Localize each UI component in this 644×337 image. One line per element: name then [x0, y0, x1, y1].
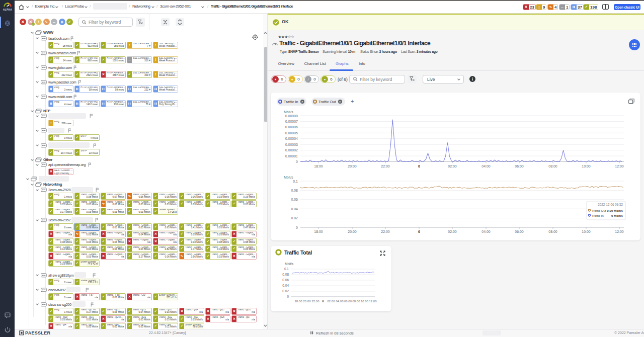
svg-text:0.08: 0.08 [282, 273, 289, 276]
svg-text:10:00: 10:00 [582, 230, 591, 233]
svg-text:0.04: 0.04 [291, 207, 298, 211]
svg-text:10:00: 10:00 [361, 300, 369, 303]
svg-text:12:00: 12:00 [369, 300, 377, 303]
svg-text:18:00: 18:00 [314, 164, 323, 168]
svg-text:10:00: 10:00 [582, 164, 591, 168]
svg-text:0.00006: 0.00006 [285, 125, 298, 129]
svg-text:ALPHA: ALPHA [3, 9, 12, 11]
svg-text:0.09 Mbit/s: 0.09 Mbit/s [607, 209, 623, 212]
svg-text:0.00004: 0.00004 [285, 137, 298, 140]
svg-text:Mbit/s: Mbit/s [284, 176, 293, 179]
svg-text:06:00: 06:00 [515, 164, 524, 168]
svg-text:0.00003: 0.00003 [285, 143, 298, 146]
svg-text:06:00: 06:00 [515, 230, 524, 233]
svg-text:04:00: 04:00 [481, 164, 491, 168]
svg-text:06:00: 06:00 [344, 300, 352, 303]
svg-text:0.08: 0.08 [291, 189, 298, 192]
svg-text:12:00: 12:00 [615, 230, 624, 233]
svg-text:20:00: 20:00 [348, 164, 357, 168]
svg-text:0.06: 0.06 [291, 198, 298, 201]
svg-text:Mbit/s: Mbit/s [285, 262, 294, 266]
svg-text:02:00: 02:00 [327, 300, 335, 303]
svg-text:08:00: 08:00 [548, 164, 557, 168]
svg-text:0: 0 [296, 226, 298, 229]
svg-text:0.04: 0.04 [282, 284, 289, 287]
svg-text:08:00: 08:00 [548, 230, 557, 233]
svg-text:0 Mbit/s: 0 Mbit/s [611, 214, 623, 217]
svg-text:0.02: 0.02 [282, 289, 289, 293]
svg-text:0.02: 0.02 [291, 216, 298, 220]
svg-text:6: 6 [418, 230, 420, 233]
svg-text:08:00: 08:00 [352, 300, 360, 303]
svg-text:0.00001: 0.00001 [285, 154, 298, 158]
svg-text:0.1: 0.1 [284, 267, 289, 271]
svg-text:18:00: 18:00 [294, 300, 302, 303]
svg-text:22:00: 22:00 [381, 230, 390, 233]
svg-text:04:00: 04:00 [481, 230, 491, 233]
svg-text:20:00: 20:00 [348, 230, 357, 233]
svg-text:20:00: 20:00 [303, 300, 311, 303]
svg-text:0.06: 0.06 [282, 278, 289, 282]
svg-text:0: 0 [296, 160, 298, 163]
svg-text:0.00008: 0.00008 [285, 114, 298, 118]
svg-text:6: 6 [418, 164, 420, 168]
svg-text:0.00002: 0.00002 [285, 148, 298, 152]
svg-text:0.1: 0.1 [293, 180, 298, 183]
svg-text:18:00: 18:00 [314, 230, 323, 233]
svg-text:0.00005: 0.00005 [285, 131, 298, 135]
svg-text:22:00: 22:00 [311, 300, 319, 303]
svg-text:2022-12-06 09:52: 2022-12-06 09:52 [598, 203, 623, 206]
svg-text:02:00: 02:00 [448, 230, 457, 233]
svg-text:Traffic Out: Traffic Out [592, 209, 606, 212]
svg-text:04:00: 04:00 [336, 300, 344, 303]
svg-text:0: 0 [287, 295, 289, 298]
svg-text:6: 6 [322, 300, 324, 303]
svg-text:0.00007: 0.00007 [285, 120, 298, 123]
svg-text:Traffic In: Traffic In [592, 214, 604, 217]
svg-text:12:00: 12:00 [615, 164, 624, 168]
svg-text:02:00: 02:00 [448, 164, 457, 168]
svg-text:22:00: 22:00 [381, 164, 390, 168]
svg-text:Mbit/s: Mbit/s [284, 110, 293, 114]
